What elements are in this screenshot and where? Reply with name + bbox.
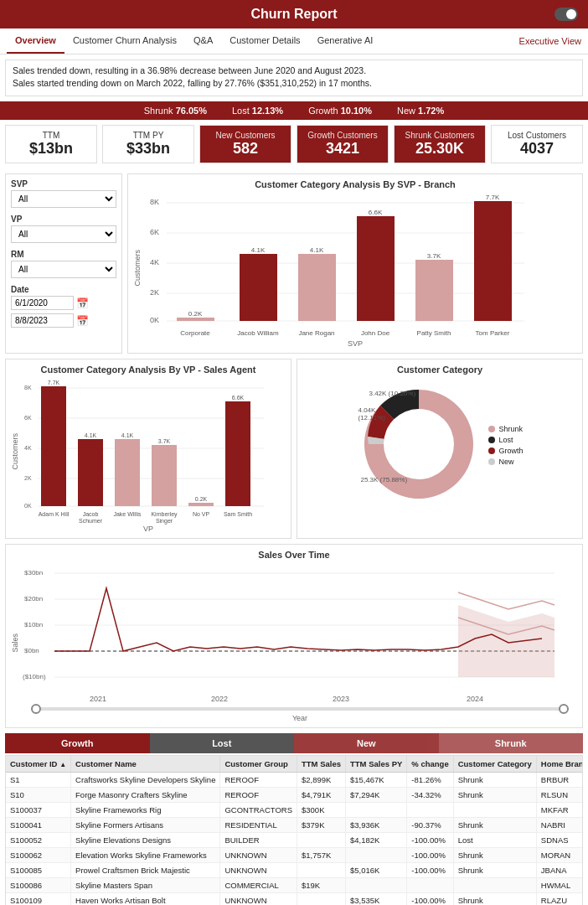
svg-text:6.6K: 6.6K	[232, 395, 245, 401]
table-cell: S1	[6, 773, 71, 788]
svg-text:0.2K: 0.2K	[195, 496, 208, 502]
svg-text:2K: 2K	[24, 475, 32, 481]
alert-2: Sales started trending down on March 202…	[13, 78, 575, 88]
nav-overview[interactable]: Overview	[7, 28, 64, 54]
lost-summary: Lost 12.13%	[232, 106, 283, 116]
time-slider[interactable]	[23, 707, 577, 711]
lost-dot	[488, 437, 495, 443]
svp-bar-chart-panel: Customer Category Analysis By SVP - Bran…	[127, 173, 583, 354]
table-cell: UNKNOWN	[220, 863, 297, 878]
col-customer-group[interactable]: Customer Group	[220, 756, 297, 773]
svg-text:Jacob William: Jacob William	[237, 329, 279, 337]
table-cell: S100052	[6, 833, 71, 848]
col-customer-id[interactable]: Customer ID ▲	[6, 756, 71, 773]
calendar-from-icon[interactable]: 📅	[76, 297, 89, 309]
table-cell	[407, 803, 453, 818]
svg-text:Jacob: Jacob	[83, 511, 99, 517]
svg-text:7.7K: 7.7K	[48, 380, 60, 385]
date-from-input[interactable]	[11, 296, 74, 310]
shrunk-summary: Shrunk 76.05%	[144, 106, 207, 116]
table-row: S1Craftsworks Skyline Developers Skyline…	[6, 773, 582, 788]
rm-filter: RM All	[11, 250, 116, 278]
executive-view-link[interactable]: Executive View	[519, 36, 581, 46]
table-cell: Craftsworks Skyline Developers Skyline	[71, 773, 220, 788]
tab-new[interactable]: New	[294, 733, 439, 753]
vp-select[interactable]: All	[11, 225, 116, 243]
table-cell: Shrunk	[453, 863, 536, 878]
slider-right-thumb[interactable]	[559, 704, 569, 714]
col-ttm-sales[interactable]: TTM Sales	[297, 756, 346, 773]
svg-rect-10	[177, 318, 214, 321]
svg-rect-13	[240, 254, 277, 321]
col-ttm-sales-py[interactable]: TTM Sales PY	[346, 756, 407, 773]
slider-left-thumb[interactable]	[31, 704, 41, 714]
table-cell: $3,936K	[346, 818, 407, 833]
table-cell: REROOF	[220, 788, 297, 803]
vp-chart-panel: Customer Category Analysis By VP - Sales…	[5, 359, 291, 539]
nav-generative-ai[interactable]: Generative AI	[309, 28, 382, 54]
kpi-ttm: TTM $13bn	[5, 125, 97, 163]
col-customer-category[interactable]: Customer Category	[453, 756, 536, 773]
vp-filter: VP All	[11, 215, 116, 243]
table-row: S100109Haven Works Artisan BoltUNKNOWN$3…	[6, 893, 582, 906]
table-cell: Shrunk	[453, 788, 536, 803]
svg-text:7.7K: 7.7K	[486, 194, 500, 201]
col-pct-change[interactable]: % change	[407, 756, 453, 773]
col-customer-name[interactable]: Customer Name	[71, 756, 220, 773]
table-cell: Skyline Elevations Designs	[71, 833, 220, 848]
table-cell: S100086	[6, 878, 71, 893]
table-cell: -100.00%	[407, 833, 453, 848]
svg-text:Corporate: Corporate	[180, 329, 210, 337]
tab-shrunk[interactable]: Shrunk	[439, 733, 584, 753]
nav-qa[interactable]: Q&A	[185, 28, 221, 54]
table-cell: Shrunk	[453, 773, 536, 788]
table-cell: Skyline Frameworks Rig	[71, 803, 220, 818]
legend-shrunk: Shrunk	[488, 425, 523, 433]
svg-text:2K: 2K	[150, 288, 159, 297]
svg-text:4.1K: 4.1K	[85, 432, 97, 438]
table-body: S1Craftsworks Skyline Developers Skyline…	[6, 773, 582, 906]
table-cell: $379K	[297, 818, 346, 833]
kpi-shrunk-customers: Shrunk Customers 25.30K	[394, 125, 486, 163]
theme-toggle[interactable]	[554, 8, 578, 21]
table-row: S100086Skyline Masters SpanCOMMERCIAL$19…	[6, 878, 582, 893]
svg-text:3.7K: 3.7K	[427, 252, 441, 260]
date-filter: Date 📅 📅	[11, 285, 116, 328]
table-cell: $2,899K	[297, 773, 346, 788]
nav-customer-details[interactable]: Customer Details	[221, 28, 308, 54]
col-home-branch[interactable]: Home Branch	[536, 756, 582, 773]
svp-select[interactable]: All	[11, 190, 116, 208]
donut-chart	[356, 381, 482, 507]
header: Churn Report	[0, 0, 588, 28]
table-cell: $7,294K	[346, 788, 407, 803]
rm-select[interactable]: All	[11, 261, 116, 278]
svg-text:No VP: No VP	[193, 511, 210, 517]
table-cell: Skyline Masters Span	[71, 878, 220, 893]
table-row: S100052Skyline Elevations DesignsBUILDER…	[6, 833, 582, 848]
calendar-to-icon[interactable]: 📅	[76, 315, 89, 327]
tab-growth[interactable]: Growth	[5, 733, 150, 753]
page-title: Churn Report	[250, 7, 337, 22]
svp-filter: SVP All	[11, 179, 116, 208]
svg-rect-55	[225, 401, 250, 506]
category-tabs: Growth Lost New Shrunk	[5, 733, 583, 753]
alert-1: Sales trended down, resulting in a 36.98…	[13, 65, 575, 75]
table-cell: NABRI	[536, 818, 582, 833]
nav-churn-analysis[interactable]: Customer Churn Analysis	[64, 28, 185, 54]
table-cell: S100041	[6, 818, 71, 833]
svg-text:0K: 0K	[24, 503, 32, 509]
table-cell: RLSUN	[536, 788, 582, 803]
lost-label: 4.04K(12.11%)	[358, 406, 384, 421]
table-cell: Prowel Craftsmen Brick Majestic	[71, 863, 220, 878]
date-to-input[interactable]	[11, 313, 74, 328]
table-cell: COMMERCIAL	[220, 878, 297, 893]
svg-text:4.1K: 4.1K	[251, 246, 266, 254]
svg-text:2021: 2021	[90, 695, 106, 703]
tab-lost[interactable]: Lost	[150, 733, 295, 753]
shrunk-dot	[488, 426, 495, 432]
svg-text:2023: 2023	[333, 695, 349, 703]
table-cell	[407, 878, 453, 893]
table-cell	[346, 878, 407, 893]
sort-icon-id[interactable]: ▲	[59, 761, 66, 768]
table-cell: UNKNOWN	[220, 893, 297, 906]
